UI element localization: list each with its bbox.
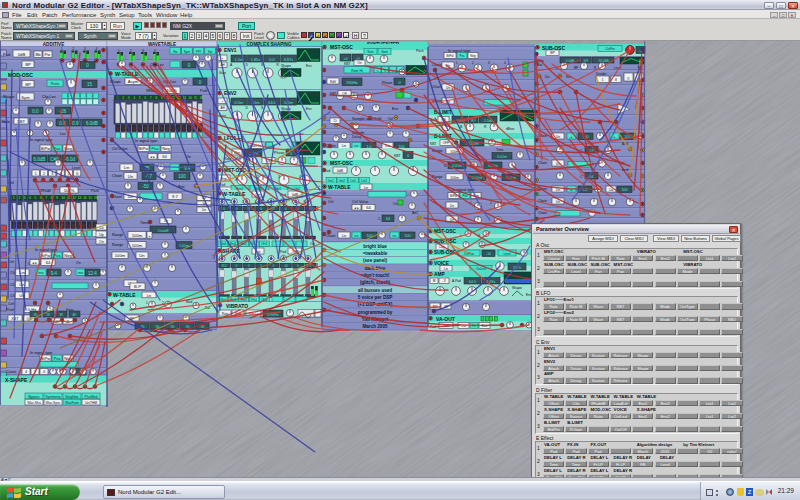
svg-text:Inv2: Inv2 (339, 179, 345, 183)
svg-text:Neg: Neg (470, 54, 476, 58)
svg-text:3: 3 (278, 175, 280, 179)
svg-text:Env: Env (392, 107, 398, 111)
svg-text:15: 15 (194, 96, 198, 100)
svg-text:Un: Un (128, 174, 134, 179)
svg-text:Shape: Shape (281, 64, 291, 68)
svg-text:64: 64 (46, 260, 51, 265)
svg-text:Un: Un (202, 208, 206, 212)
svg-text:Lin: Lin (147, 294, 152, 298)
svg-text:ENV1: ENV1 (224, 48, 237, 53)
svg-text:BiPol: BiPol (446, 54, 453, 58)
svg-text:◄►: ◄► (354, 206, 360, 210)
svg-text:0.01m: 0.01m (497, 155, 507, 159)
svg-text:MST-OSC: MST-OSC (330, 160, 353, 166)
svg-text:Bypass: Bypass (29, 395, 40, 399)
svg-text:Park: Park (91, 189, 99, 193)
svg-text:Sym: Sym (21, 95, 30, 100)
svg-text:LFs2: LFs2 (262, 242, 268, 246)
svg-text:5 voice per DSP: 5 voice per DSP (358, 295, 393, 300)
svg-text:100m: 100m (450, 176, 459, 180)
svg-text:VA-OUT: VA-OUT (436, 316, 455, 322)
svg-text:Ratio: Ratio (51, 82, 59, 86)
svg-text:WavForm: WavForm (65, 401, 79, 405)
svg-text:Phase: Phase (274, 151, 284, 155)
svg-text:On: On (357, 61, 362, 65)
svg-text:Pos: Pos (151, 146, 158, 151)
svg-text:Bb: Bb (35, 52, 41, 57)
svg-text:OFF: OFF (443, 141, 449, 145)
svg-text:0.0: 0.0 (32, 109, 39, 114)
svg-text:programmed by: programmed by (358, 310, 393, 315)
svg-text:ENV2: ENV2 (224, 91, 237, 96)
svg-text:Inv1: Inv1 (328, 179, 334, 183)
svg-text:Div: Div (545, 75, 550, 79)
svg-text:0: 0 (236, 207, 238, 211)
svg-text:Range: Range (112, 233, 123, 237)
svg-text:0: 0 (223, 207, 225, 211)
svg-text:15: 15 (89, 196, 93, 200)
svg-text:AH: AH (220, 106, 224, 110)
svg-text:100m: 100m (132, 243, 143, 248)
svg-text:14: 14 (83, 196, 87, 200)
svg-text:▪: ▪ (222, 56, 223, 60)
svg-text:64.0: 64.0 (469, 280, 476, 284)
svg-text:1.5m: 1.5m (235, 58, 243, 62)
svg-text:12.4: 12.4 (88, 271, 97, 276)
svg-text:4: 4 (25, 370, 27, 374)
svg-text:Un: Un (450, 204, 454, 208)
svg-text:inv: inv (355, 234, 359, 238)
svg-text:Chain: Chain (432, 85, 441, 89)
svg-text:VIBRATO: VIBRATO (226, 303, 248, 309)
svg-text:PPl: PPl (196, 50, 201, 54)
svg-text:Pw: Pw (45, 52, 52, 57)
svg-text:LFs1: LFs1 (251, 298, 257, 302)
svg-text:RdV: RdV (330, 80, 337, 84)
svg-text:M: M (433, 279, 436, 283)
svg-text:64: 64 (386, 217, 390, 221)
svg-text:Lin: Lin (444, 267, 448, 271)
svg-text:Chain: Chain (538, 161, 547, 165)
svg-text:S: S (261, 106, 263, 110)
svg-text:March 2005: March 2005 (362, 324, 387, 329)
svg-text:inv: inv (38, 270, 44, 275)
svg-text:Env: Env (306, 107, 312, 111)
svg-text:Ctrl: Ctrl (388, 117, 393, 121)
svg-text:0.5m: 0.5m (235, 101, 243, 105)
svg-text:BP: BP (574, 66, 578, 70)
svg-text:Pitch: Pitch (416, 49, 424, 53)
svg-text:Level: Level (503, 252, 511, 256)
svg-text:Pad: Pad (3, 52, 10, 57)
svg-text:=tweakable: =tweakable (363, 251, 388, 256)
svg-text:Lin: Lin (342, 144, 347, 148)
svg-text:0.01m: 0.01m (179, 244, 189, 248)
svg-text:Lin1: Lin1 (350, 179, 356, 183)
svg-text:XBT: XBT (11, 317, 19, 321)
svg-text:Pos: Pos (53, 356, 60, 361)
svg-text:SUB-OSC: SUB-OSC (542, 45, 565, 51)
svg-text:0: 0 (260, 207, 262, 211)
svg-text:Chain: Chain (326, 234, 335, 238)
svg-text:64.0: 64.0 (268, 101, 275, 105)
svg-text:9.4: 9.4 (51, 271, 58, 276)
svg-text:-50: -50 (142, 184, 149, 189)
svg-text:1.85s: 1.85s (251, 58, 260, 62)
svg-text:☰: ☰ (627, 77, 630, 81)
svg-text:On: On (76, 261, 81, 265)
svg-text:100: 100 (622, 188, 628, 192)
svg-text:1: 1 (602, 78, 604, 82)
svg-text:BiPw: BiPw (139, 146, 150, 151)
svg-text:Chain: Chain (538, 211, 547, 215)
svg-text:Wav-Sync: Wav-Sync (46, 401, 61, 405)
svg-text:inv: inv (393, 234, 397, 238)
svg-text:Shape: Shape (512, 286, 522, 290)
svg-text:KBT: KBT (430, 142, 436, 146)
svg-text:16: 16 (200, 96, 204, 100)
svg-text:-6.0d: -6.0d (65, 157, 76, 162)
svg-text:In signal type: In signal type (30, 351, 52, 355)
svg-text:0.0: 0.0 (269, 58, 274, 62)
svg-text:Ct: Ct (334, 119, 337, 123)
svg-text:Lin: Lin (342, 234, 347, 238)
svg-text:Shape: Shape (3, 94, 15, 99)
svg-text:Fw: Fw (173, 50, 178, 54)
svg-text:28: 28 (46, 313, 50, 317)
